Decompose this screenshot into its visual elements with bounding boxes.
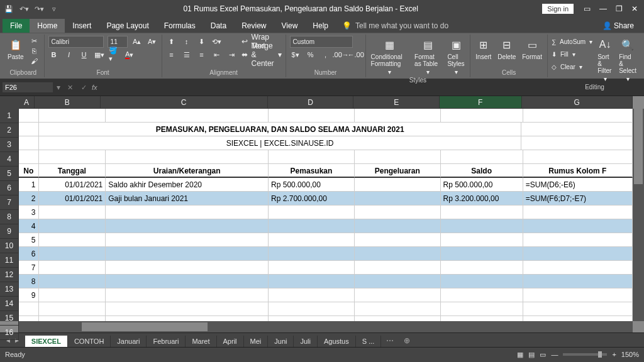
view-page-break-icon[interactable]: ▭ xyxy=(540,351,546,359)
maximize-icon[interactable]: ❐ xyxy=(616,4,623,13)
comma-format-icon[interactable]: , xyxy=(320,50,331,60)
save-icon[interactable]: 💾 xyxy=(4,4,14,14)
row-header[interactable]: 13 xyxy=(0,282,19,297)
tab-file[interactable]: File xyxy=(3,19,30,33)
sign-in-button[interactable]: Sign in xyxy=(542,4,574,14)
cells-area[interactable]: PEMASUKAN, PENGELUARAN, DAN SALDO SELAMA… xyxy=(19,109,633,321)
undo-icon[interactable]: ↶▾ xyxy=(19,4,29,14)
col-header[interactable]: E xyxy=(353,96,440,109)
zoom-in-icon[interactable]: + xyxy=(612,351,616,358)
fill-color-button[interactable]: 🪣▾ xyxy=(109,50,120,60)
sheet-tab[interactable]: Juli xyxy=(294,336,318,347)
scroll-thumb[interactable] xyxy=(82,322,208,331)
col-header[interactable]: A xyxy=(19,96,35,109)
delete-cells-button[interactable]: ⊟Delete xyxy=(496,36,517,62)
row-header[interactable]: 14 xyxy=(0,297,19,311)
italic-button[interactable]: I xyxy=(64,50,75,60)
decrease-font-icon[interactable]: A▾ xyxy=(147,36,158,47)
sheet-tab[interactable]: Juni xyxy=(268,336,294,347)
tab-insert[interactable]: Insert xyxy=(65,19,99,33)
clear-button[interactable]: ◇ Clear ▾ xyxy=(552,61,592,72)
font-color-button[interactable]: A▾ xyxy=(124,50,135,60)
fx-icon[interactable]: fx xyxy=(92,84,97,91)
column-headers[interactable]: A B C D E F G xyxy=(19,96,633,109)
percent-format-icon[interactable]: % xyxy=(305,50,316,60)
format-painter-button[interactable]: 🖌 xyxy=(29,56,40,66)
sheet-tab[interactable]: Januari xyxy=(111,336,147,347)
decrease-indent-icon[interactable]: ⇤ xyxy=(211,50,223,60)
paste-button[interactable]: 📋Paste xyxy=(6,36,25,62)
sheet-tab[interactable]: CONTOH xyxy=(68,336,111,347)
col-header[interactable]: C xyxy=(101,96,268,109)
tab-help[interactable]: Help xyxy=(305,19,336,33)
tab-view[interactable]: View xyxy=(274,19,306,33)
tell-me-box[interactable]: 💡Tell me what you want to do xyxy=(336,19,455,33)
sheet-tab[interactable]: Februari xyxy=(147,336,186,347)
share-button[interactable]: 👤 Share xyxy=(595,19,641,33)
fill-button[interactable]: ⬇ Fill ▾ xyxy=(552,48,592,60)
format-as-table-button[interactable]: ▤Format as Table▾ xyxy=(413,36,442,77)
zoom-slider[interactable] xyxy=(563,353,607,356)
col-header[interactable]: G xyxy=(522,96,633,109)
horizontal-scrollbar[interactable] xyxy=(19,321,633,332)
sheet-tab[interactable]: Mei xyxy=(244,336,269,347)
font-size-select[interactable]: 11 xyxy=(108,36,128,48)
increase-indent-icon[interactable]: ⇥ xyxy=(226,50,238,60)
tab-page-layout[interactable]: Page Layout xyxy=(99,19,156,33)
enter-formula-icon[interactable]: ✓ xyxy=(78,82,89,92)
increase-font-icon[interactable]: A▴ xyxy=(131,36,143,47)
view-page-layout-icon[interactable]: ▤ xyxy=(528,351,535,359)
tab-review[interactable]: Review xyxy=(234,19,274,33)
tab-data[interactable]: Data xyxy=(203,19,234,33)
more-sheets-icon[interactable]: ⋯ xyxy=(381,334,399,347)
align-bottom-icon[interactable]: ⬇ xyxy=(196,36,208,47)
sheet-tab[interactable]: April xyxy=(217,336,244,347)
copy-button[interactable]: ⎘ xyxy=(29,46,40,56)
row-header[interactable]: 11 xyxy=(0,253,19,268)
tab-home[interactable]: Home xyxy=(30,19,65,33)
border-button[interactable]: ▦▾ xyxy=(94,50,105,60)
cut-button[interactable]: ✂ xyxy=(29,36,40,46)
tab-formulas[interactable]: Formulas xyxy=(157,19,203,33)
sheet-tab[interactable]: S ... xyxy=(356,336,382,347)
col-header[interactable]: B xyxy=(35,96,101,109)
decrease-decimal-icon[interactable]: ←.00 xyxy=(350,50,362,60)
ribbon-display-icon[interactable]: ▭ xyxy=(584,4,591,13)
font-name-select[interactable]: Calibri xyxy=(48,36,104,48)
new-sheet-icon[interactable]: ⊕ xyxy=(399,334,415,347)
minimize-icon[interactable]: — xyxy=(599,4,607,13)
col-header[interactable]: F xyxy=(440,96,522,109)
align-center-icon[interactable]: ☰ xyxy=(181,50,192,60)
underline-button[interactable]: U xyxy=(79,50,90,60)
increase-decimal-icon[interactable]: .00→ xyxy=(335,50,347,60)
row-header[interactable]: 5 xyxy=(0,167,19,181)
row-header[interactable]: 10 xyxy=(0,239,19,253)
row-header[interactable]: 12 xyxy=(0,268,19,282)
row-header[interactable]: 1 xyxy=(0,109,19,123)
orientation-icon[interactable]: ⟲▾ xyxy=(211,36,223,47)
name-box[interactable]: F26 xyxy=(3,82,53,92)
row-headers[interactable]: 1 2 3 4 5 6 7 8 9 10 11 12 13 14 15 16 xyxy=(0,109,19,321)
sheet-tab[interactable]: Agustus xyxy=(318,336,356,347)
align-left-icon[interactable]: ≡ xyxy=(166,50,177,60)
cancel-formula-icon[interactable]: ✕ xyxy=(64,82,75,92)
bold-button[interactable]: B xyxy=(48,50,60,60)
align-middle-icon[interactable]: ↕ xyxy=(181,36,192,47)
row-header[interactable]: 4 xyxy=(0,152,19,167)
cell-styles-button[interactable]: ▣Cell Styles▾ xyxy=(446,36,466,77)
select-all-button[interactable] xyxy=(0,96,19,109)
sheet-tab[interactable]: SIEXCEL xyxy=(25,336,68,347)
redo-icon[interactable]: ↷▾ xyxy=(34,4,44,14)
vertical-scrollbar[interactable] xyxy=(633,109,644,321)
name-box-dropdown-icon[interactable]: ▾ xyxy=(57,83,60,92)
merge-center-button[interactable]: ⬌ Merge & Center ▾ xyxy=(242,49,282,60)
sheet-subtitle[interactable]: SIEXCEL | EXCEL.SINAUSE.ID xyxy=(39,136,521,150)
conditional-formatting-button[interactable]: ▦Conditional Formatting▾ xyxy=(370,36,410,77)
view-normal-icon[interactable]: ▦ xyxy=(517,351,523,359)
qat-customize-icon[interactable]: ▿ xyxy=(49,4,59,14)
close-icon[interactable]: ✕ xyxy=(631,4,638,13)
scroll-thumb[interactable] xyxy=(634,109,643,184)
format-cells-button[interactable]: ▭Format xyxy=(521,36,543,62)
col-header[interactable]: D xyxy=(268,96,354,109)
row-header[interactable]: 7 xyxy=(0,195,19,210)
